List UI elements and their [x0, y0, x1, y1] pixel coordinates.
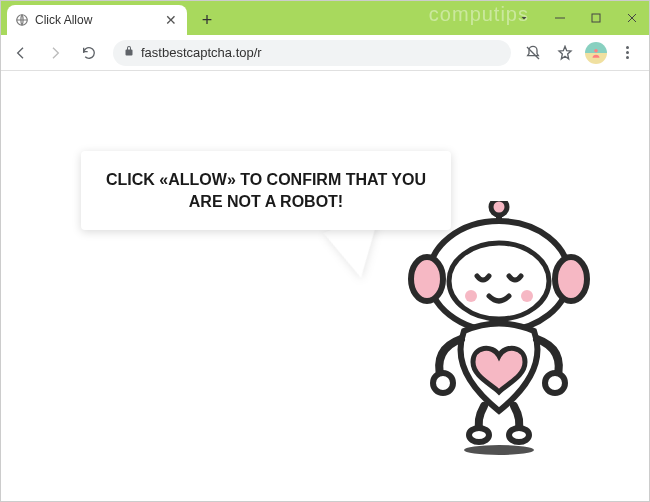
- svg-point-15: [433, 373, 453, 393]
- svg-point-18: [509, 428, 529, 442]
- robot-shadow: [464, 445, 534, 455]
- minimize-button[interactable]: [549, 7, 571, 29]
- window-controls: [513, 7, 643, 29]
- tab-title: Click Allow: [35, 13, 157, 27]
- bookmark-star-icon[interactable]: [553, 41, 577, 65]
- profile-avatar[interactable]: [585, 42, 607, 64]
- svg-point-13: [465, 290, 477, 302]
- back-button[interactable]: [7, 39, 35, 67]
- lock-icon: [123, 45, 135, 60]
- page-content: CLICK «ALLOW» TO CONFIRM THAT YOU ARE NO…: [1, 71, 649, 501]
- address-bar[interactable]: fastbestcaptcha.top/r: [113, 40, 511, 66]
- bubble-text: CLICK «ALLOW» TO CONFIRM THAT YOU ARE NO…: [106, 171, 426, 210]
- notifications-muted-icon[interactable]: [521, 41, 545, 65]
- reload-button[interactable]: [75, 39, 103, 67]
- menu-button[interactable]: [615, 41, 639, 65]
- svg-point-17: [469, 428, 489, 442]
- new-tab-button[interactable]: +: [195, 8, 219, 32]
- url-text: fastbestcaptcha.top/r: [141, 45, 501, 60]
- close-button[interactable]: [621, 7, 643, 29]
- svg-point-14: [521, 290, 533, 302]
- svg-point-11: [555, 257, 587, 301]
- toolbar-right: [521, 41, 643, 65]
- svg-point-16: [545, 373, 565, 393]
- svg-point-12: [449, 243, 549, 319]
- svg-point-8: [491, 201, 507, 215]
- title-bar: computips Click Allow ✕ +: [1, 1, 649, 35]
- forward-button[interactable]: [41, 39, 69, 67]
- maximize-button[interactable]: [585, 7, 607, 29]
- browser-tab[interactable]: Click Allow ✕: [7, 5, 187, 35]
- toolbar: fastbestcaptcha.top/r: [1, 35, 649, 71]
- tab-close-button[interactable]: ✕: [163, 12, 179, 28]
- robot-illustration: [389, 201, 609, 461]
- window-dropdown[interactable]: [513, 7, 535, 29]
- svg-rect-2: [592, 14, 600, 22]
- svg-point-10: [411, 257, 443, 301]
- globe-icon: [15, 13, 29, 27]
- svg-point-6: [594, 48, 598, 52]
- browser-window: computips Click Allow ✕ +: [0, 0, 650, 502]
